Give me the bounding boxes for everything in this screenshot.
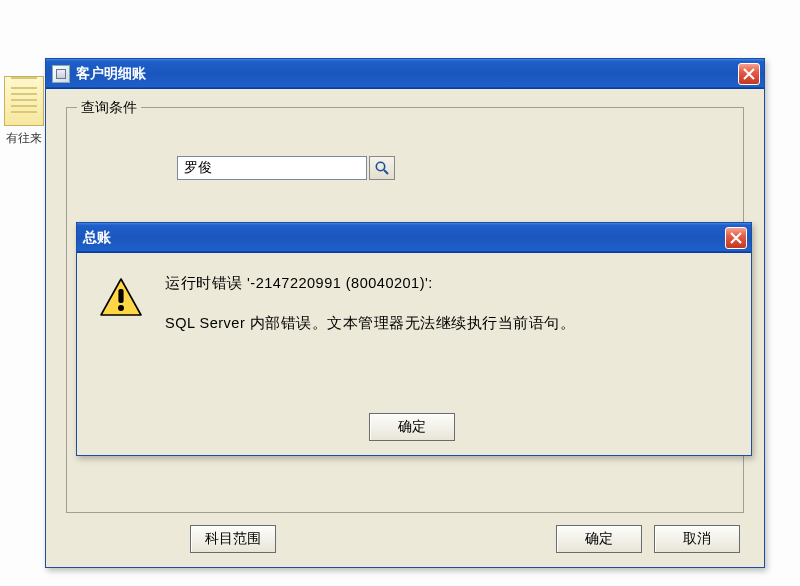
error-title: 总账 bbox=[83, 229, 725, 247]
error-text: 运行时错误 '-2147220991 (80040201)': SQL Serv… bbox=[165, 273, 575, 407]
close-icon bbox=[743, 68, 755, 80]
error-button-row: 确定 bbox=[99, 407, 725, 441]
svg-line-1 bbox=[384, 170, 388, 174]
titlebar[interactable]: 总账 bbox=[77, 223, 751, 253]
titlebar[interactable]: 客户明细账 bbox=[46, 59, 764, 89]
desktop-icon-label: 有往来 bbox=[0, 130, 48, 147]
bottom-button-bar: 科目范围 确定 取消 bbox=[66, 513, 744, 553]
notes-icon bbox=[4, 76, 44, 126]
error-ok-button[interactable]: 确定 bbox=[369, 413, 455, 441]
svg-point-0 bbox=[376, 162, 384, 170]
error-line2: SQL Server 内部错误。文本管理器无法继续执行当前语句。 bbox=[165, 313, 575, 335]
window-icon bbox=[52, 65, 70, 83]
error-content: 运行时错误 '-2147220991 (80040201)': SQL Serv… bbox=[99, 273, 725, 407]
error-body: 运行时错误 '-2147220991 (80040201)': SQL Serv… bbox=[77, 253, 751, 455]
ok-button[interactable]: 确定 bbox=[556, 525, 642, 553]
search-button[interactable] bbox=[369, 156, 395, 180]
error-dialog: 总账 运行时错误 '-2147220991 (80040201)': SQL S… bbox=[76, 222, 752, 456]
close-icon bbox=[730, 232, 742, 244]
error-line1: 运行时错误 '-2147220991 (80040201)': bbox=[165, 273, 575, 295]
warning-icon bbox=[99, 277, 143, 317]
desktop-folder-icon[interactable]: 有往来 bbox=[0, 76, 48, 147]
search-row bbox=[177, 156, 723, 180]
scope-button[interactable]: 科目范围 bbox=[190, 525, 276, 553]
close-button[interactable] bbox=[738, 63, 760, 85]
svg-rect-3 bbox=[118, 289, 123, 303]
search-input[interactable] bbox=[177, 156, 367, 180]
window-title: 客户明细账 bbox=[76, 65, 738, 83]
search-icon bbox=[374, 160, 390, 176]
groupbox-title: 查询条件 bbox=[77, 99, 141, 117]
cancel-button[interactable]: 取消 bbox=[654, 525, 740, 553]
svg-point-4 bbox=[118, 305, 124, 311]
close-button[interactable] bbox=[725, 227, 747, 249]
